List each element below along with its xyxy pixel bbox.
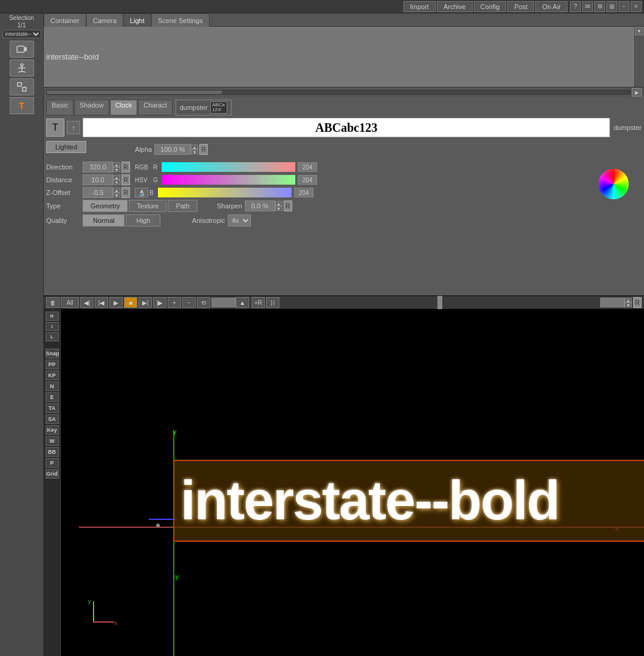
next-frame-btn[interactable]: ▶| xyxy=(139,297,152,308)
import-button[interactable]: Import xyxy=(403,1,436,12)
type-geometry-button[interactable]: Geometry xyxy=(83,200,128,212)
sharpen-value: 0.0 % xyxy=(245,200,275,211)
play-btn[interactable]: ▶ xyxy=(109,297,123,308)
camera-icon-btn[interactable] xyxy=(10,41,34,58)
vp-btn-grid[interactable]: Grid xyxy=(46,469,59,479)
text-icon-btn[interactable]: T xyxy=(10,97,34,114)
frame-input[interactable]: 0 xyxy=(211,298,236,307)
vp-btn-l[interactable]: L xyxy=(46,332,59,341)
settings-icon[interactable]: ⚙ xyxy=(594,1,605,12)
vp-btn-pp[interactable]: PP xyxy=(46,360,59,369)
alpha-spin-up[interactable]: ▲ xyxy=(191,145,198,149)
all-button[interactable]: All xyxy=(61,297,79,308)
quality-high-button[interactable]: High xyxy=(126,214,160,227)
vp-btn-e[interactable]: E xyxy=(46,392,59,402)
prev-key-btn[interactable]: ◀| xyxy=(80,297,94,308)
vp-btn-p[interactable]: P xyxy=(46,458,59,468)
post-button[interactable]: Post xyxy=(507,1,534,12)
viewport-sidebar: R 1 L Snap PP KP N E TA SA Key W BB P Gr… xyxy=(44,309,61,656)
keyframe-up-btn[interactable]: ▲ xyxy=(236,297,249,308)
vp-btn-bb[interactable]: BB xyxy=(46,447,59,457)
vp-btn-ta[interactable]: TA xyxy=(46,403,59,413)
type-texture-button[interactable]: Texture xyxy=(129,200,166,212)
sub-tab-clock[interactable]: Clock xyxy=(110,100,138,115)
scroll-right-arrow[interactable]: ▶ xyxy=(632,88,642,97)
z-offset-spin-up[interactable]: ▲ xyxy=(113,188,120,193)
end-btn[interactable]: |▶ xyxy=(153,297,166,308)
config-button[interactable]: Config xyxy=(474,1,507,12)
sharpen-reset-btn[interactable]: R xyxy=(284,200,292,211)
trash-icon-btn[interactable]: 🗑 xyxy=(46,297,60,308)
alpha-reset-btn[interactable]: R xyxy=(199,144,208,155)
dumpster-tab[interactable]: dumpster ABCa123! xyxy=(176,100,231,115)
sharpen-spin-down[interactable]: ▼ xyxy=(275,206,283,211)
vp-btn-key[interactable]: Key xyxy=(46,425,59,435)
vp-btn-sa[interactable]: SA xyxy=(46,414,59,424)
minimize-icon[interactable]: − xyxy=(618,1,629,12)
timeline-extra-btn[interactable]: ⟩⟩ xyxy=(266,297,279,308)
scroll-down-arrow[interactable]: ▼ xyxy=(635,27,643,35)
direction-reset-btn[interactable]: R xyxy=(122,162,130,173)
distance-reset-btn[interactable]: R xyxy=(122,174,130,185)
archive-button[interactable]: Archive xyxy=(437,1,473,12)
alpha-spinner[interactable]: ▲ ▼ xyxy=(191,145,198,154)
type-path-button[interactable]: Path xyxy=(168,200,197,212)
tab-light[interactable]: Light xyxy=(123,13,151,27)
end-frame-spin-up[interactable]: ▲ xyxy=(625,298,632,302)
selection-dropdown[interactable]: interstate--b xyxy=(2,30,41,38)
b-color-bar[interactable] xyxy=(158,188,292,197)
g-color-bar[interactable] xyxy=(162,175,295,185)
anchor-icon-btn[interactable] xyxy=(10,60,34,77)
remove-keyframe-btn[interactable]: − xyxy=(182,297,196,308)
tab-container[interactable]: Container xyxy=(44,13,86,27)
end-frame-spinner[interactable]: ▲ ▼ xyxy=(625,298,632,307)
color-picker-wheel[interactable] xyxy=(598,169,629,199)
alpha-spin-down[interactable]: ▼ xyxy=(191,149,198,154)
quality-normal-button[interactable]: Normal xyxy=(83,214,125,227)
preview-canvas: interstate--bold xyxy=(44,27,634,87)
expand-icon[interactable]: ⊞ xyxy=(606,1,617,12)
help-icon[interactable]: ? xyxy=(570,1,581,12)
vp-btn-n[interactable]: N xyxy=(46,381,59,391)
on-air-button[interactable]: On Air xyxy=(535,1,567,12)
distance-spin-down[interactable]: ▼ xyxy=(113,180,120,185)
direction-spin-down[interactable]: ▼ xyxy=(113,167,120,172)
anisotropic-select[interactable]: 4x xyxy=(228,214,251,227)
close-icon[interactable]: × xyxy=(631,1,642,12)
end-frame-input[interactable]: 50 xyxy=(600,298,625,307)
z-offset-spin-down[interactable]: ▼ xyxy=(113,193,120,197)
z-offset-spinner[interactable]: ▲ ▼ xyxy=(113,188,120,197)
vp-btn-w[interactable]: W xyxy=(46,436,59,446)
sub-tab-basic[interactable]: Basic xyxy=(46,100,74,115)
transform-icon-btn[interactable] xyxy=(10,78,34,95)
vp-btn-kp[interactable]: KP xyxy=(46,371,59,380)
font-upload-button[interactable]: ↑ xyxy=(67,121,80,134)
start-btn[interactable]: |◀ xyxy=(95,297,108,308)
r-color-bar[interactable] xyxy=(162,162,295,172)
mail-icon[interactable]: ✉ xyxy=(582,1,593,12)
end-frame-spin-down[interactable]: ▼ xyxy=(625,302,632,307)
sharpen-spin-up[interactable]: ▲ xyxy=(275,201,283,206)
tab-scene-settings[interactable]: Scene Settings xyxy=(151,13,210,27)
z-offset-reset-btn[interactable]: R xyxy=(122,187,130,198)
lighted-button[interactable]: Lighted xyxy=(46,141,86,153)
stop-btn[interactable]: ■ xyxy=(124,297,137,308)
dropper-btn[interactable]: 🔬 xyxy=(135,188,148,197)
direction-spinner[interactable]: ▲ ▼ xyxy=(113,162,120,172)
add-keyframe-btn[interactable]: + xyxy=(168,297,181,308)
sub-tab-character[interactable]: Charact xyxy=(138,100,173,115)
vp-btn-1[interactable]: 1 xyxy=(46,322,59,331)
coord-x-line xyxy=(93,621,114,623)
sub-tab-shadow[interactable]: Shadow xyxy=(74,100,109,115)
tab-camera[interactable]: Camera xyxy=(86,13,123,27)
vp-btn-snap[interactable]: Snap xyxy=(46,349,59,358)
distance-spinner[interactable]: ▲ ▼ xyxy=(113,175,120,185)
vp-btn-r[interactable]: R xyxy=(46,312,59,321)
sharpen-spinner[interactable]: ▲ ▼ xyxy=(275,201,283,211)
end-frame-reset[interactable]: R xyxy=(633,297,642,308)
loop-btn[interactable]: ⟲ xyxy=(197,297,210,308)
dumpster-icon: ABCa123! xyxy=(210,101,227,114)
direction-spin-up[interactable]: ▲ xyxy=(113,162,120,167)
distance-spin-up[interactable]: ▲ xyxy=(113,175,120,180)
insert-btn[interactable]: +R xyxy=(252,297,265,308)
